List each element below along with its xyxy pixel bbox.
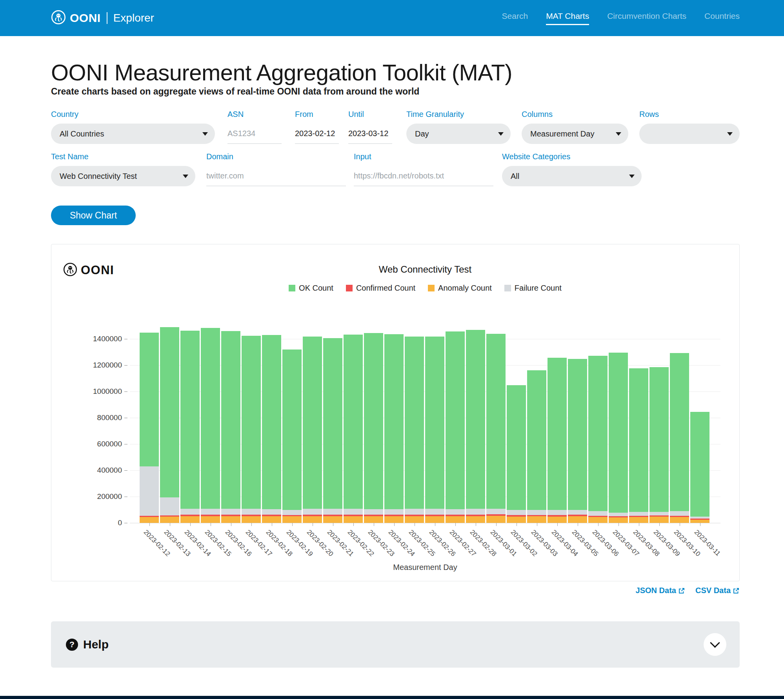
bar-segment xyxy=(446,509,465,514)
bar-2023-03-05[interactable] xyxy=(568,359,587,523)
bar-segment xyxy=(649,367,669,512)
bar-segment xyxy=(588,511,608,516)
bar-segment xyxy=(242,509,261,515)
bar-2023-03-11[interactable] xyxy=(690,412,709,523)
website-categories-select[interactable]: All xyxy=(502,166,642,186)
bar-segment xyxy=(201,516,220,523)
bar-segment xyxy=(323,516,342,523)
bar-2023-03-04[interactable] xyxy=(548,358,567,523)
nav-item-circumvention-charts[interactable]: Circumvention Charts xyxy=(607,11,686,25)
bar-segment xyxy=(446,516,465,523)
bar-2023-02-16[interactable] xyxy=(221,331,240,523)
input-url-input[interactable] xyxy=(354,166,493,186)
time-granularity-select[interactable]: Day xyxy=(406,124,511,144)
bar-segment xyxy=(507,510,526,515)
bar-2023-02-17[interactable] xyxy=(242,336,261,523)
nav-item-search[interactable]: Search xyxy=(502,11,528,25)
bar-segment xyxy=(568,359,587,510)
help-expand-button[interactable] xyxy=(704,633,726,656)
bar-2023-02-19[interactable] xyxy=(282,350,302,523)
bar-segment xyxy=(649,517,669,523)
bar-segment xyxy=(405,337,424,509)
legend-item: Anomaly Count xyxy=(428,284,492,293)
bar-segment xyxy=(160,497,179,515)
bar-2023-02-23[interactable] xyxy=(364,333,383,523)
bar-2023-03-01[interactable] xyxy=(486,334,506,523)
bar-segment xyxy=(486,334,506,509)
bar-2023-02-25[interactable] xyxy=(405,337,424,523)
bar-2023-02-24[interactable] xyxy=(384,334,404,523)
until-label: Until xyxy=(348,110,392,119)
bar-2023-02-13[interactable] xyxy=(160,327,179,523)
bar-segment xyxy=(140,517,159,523)
json-data-link[interactable]: JSON Data xyxy=(636,586,685,595)
bar-segment xyxy=(466,509,485,515)
bar-segment xyxy=(486,516,506,523)
nav-item-countries[interactable]: Countries xyxy=(704,11,740,25)
stacked-bar-plot: 0200000400000600000800000100000012000001… xyxy=(130,322,720,523)
chart-legend: OK CountConfirmed CountAnomaly CountFail… xyxy=(130,284,720,293)
nav-item-mat-charts[interactable]: MAT Charts xyxy=(546,11,589,25)
ooni-explorer-logo[interactable]: OONI Explorer xyxy=(51,10,154,26)
bar-2023-03-07[interactable] xyxy=(609,353,628,523)
bar-2023-03-06[interactable] xyxy=(588,356,608,523)
bar-segment xyxy=(384,509,404,515)
help-label: Help xyxy=(83,638,109,651)
from-date-input[interactable] xyxy=(295,124,339,144)
bar-2023-02-12[interactable] xyxy=(140,333,159,523)
domain-input[interactable] xyxy=(206,166,346,186)
bar-segment xyxy=(527,510,546,515)
bar-segment xyxy=(364,333,383,509)
bar-2023-02-15[interactable] xyxy=(201,328,220,523)
page-title: OONI Measurement Aggregation Toolkit (MA… xyxy=(51,59,512,86)
bar-2023-02-27[interactable] xyxy=(446,331,465,523)
bar-2023-02-21[interactable] xyxy=(323,338,342,523)
bar-2023-02-22[interactable] xyxy=(344,335,363,523)
test-name-label: Test Name xyxy=(51,152,195,161)
bar-2023-02-28[interactable] xyxy=(466,330,485,523)
asn-input[interactable] xyxy=(227,124,282,144)
bar-2023-03-08[interactable] xyxy=(629,368,648,523)
columns-select[interactable]: Measurement Day xyxy=(522,124,628,144)
bar-segment xyxy=(609,517,628,523)
gridline xyxy=(130,523,720,523)
bar-segment xyxy=(466,516,485,523)
rows-select[interactable] xyxy=(639,124,740,144)
bar-2023-03-03[interactable] xyxy=(527,370,546,523)
bar-2023-02-14[interactable] xyxy=(180,331,200,523)
bar-segment xyxy=(588,517,608,523)
until-field: Until xyxy=(348,110,392,144)
bar-segment xyxy=(282,350,302,510)
bar-2023-02-26[interactable] xyxy=(425,337,444,523)
bar-segment xyxy=(425,337,444,509)
domain-field: Domain xyxy=(206,152,346,186)
xtick-mark xyxy=(517,523,517,526)
bar-segment xyxy=(690,412,709,517)
bar-segment xyxy=(670,511,689,516)
csv-data-link[interactable]: CSV Data xyxy=(695,586,740,595)
test-name-select[interactable]: Web Connectivity Test xyxy=(51,166,195,186)
bar-segment xyxy=(140,466,159,516)
bar-2023-02-20[interactable] xyxy=(303,337,322,523)
show-chart-button[interactable]: Show Chart xyxy=(51,206,136,225)
bar-segment xyxy=(486,509,506,514)
xtick-mark xyxy=(557,523,558,526)
bar-segment xyxy=(160,327,179,497)
page-subtitle: Create charts based on aggregate views o… xyxy=(51,86,419,97)
bar-segment xyxy=(568,516,587,523)
xtick-mark xyxy=(455,523,456,526)
chevron-down-icon xyxy=(710,638,720,648)
bar-2023-03-02[interactable] xyxy=(507,385,526,523)
columns-select-value: Measurement Day xyxy=(530,129,594,138)
bar-segment xyxy=(344,335,363,509)
xtick-mark xyxy=(415,523,415,526)
country-select[interactable]: All Countries xyxy=(51,124,215,144)
xtick-mark xyxy=(374,523,374,526)
until-date-input[interactable] xyxy=(348,124,392,144)
bar-2023-03-09[interactable] xyxy=(649,367,669,523)
rows-field: Rows xyxy=(639,110,740,144)
bar-2023-03-10[interactable] xyxy=(670,353,689,523)
bar-segment xyxy=(282,510,302,515)
bar-2023-02-18[interactable] xyxy=(262,335,281,523)
bar-segment xyxy=(629,368,648,512)
